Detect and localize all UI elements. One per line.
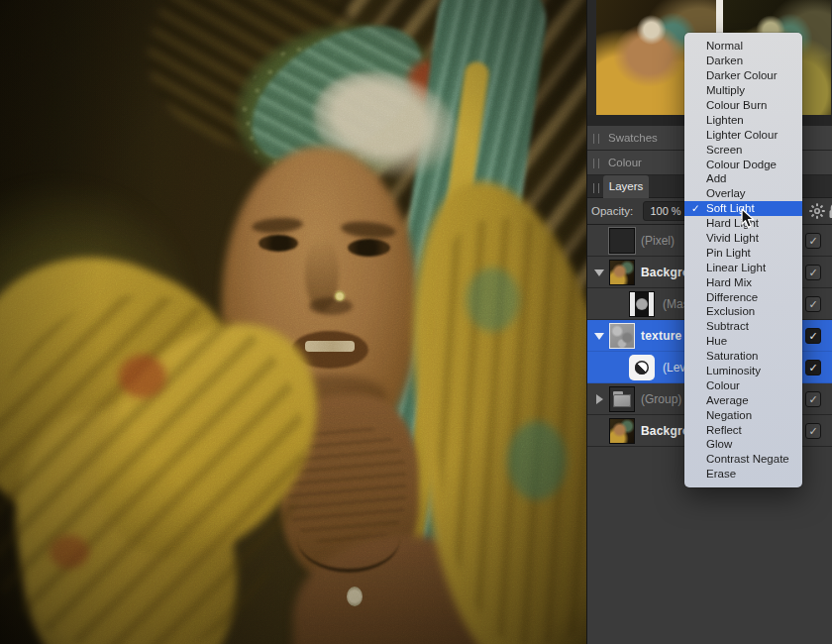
checkmark-icon: ✓ xyxy=(691,202,700,214)
blend-mode-option[interactable]: Lighten xyxy=(684,112,802,127)
blend-mode-option[interactable]: Linear Light xyxy=(684,260,802,274)
drag-handle-icon[interactable] xyxy=(593,183,599,193)
blend-mode-label: Darken xyxy=(706,54,743,66)
blend-mode-label: Glow xyxy=(706,438,732,450)
blend-mode-option[interactable]: Erase xyxy=(684,467,802,482)
blend-mode-label: Darker Colour xyxy=(706,69,778,81)
visibility-checkbox[interactable]: ✓ xyxy=(805,296,821,312)
blend-mode-label: Hard Mix xyxy=(706,276,752,288)
blend-mode-label: Normal xyxy=(706,40,743,52)
blend-mode-option[interactable]: Multiply xyxy=(684,83,802,98)
blend-mode-option[interactable]: Difference xyxy=(684,289,802,304)
canvas-image[interactable] xyxy=(0,0,586,644)
disclosure-triangle-icon[interactable] xyxy=(594,269,604,276)
opacity-dropdown[interactable]: 100 % xyxy=(643,201,688,221)
blend-mode-option[interactable]: Colour Burn xyxy=(684,98,802,113)
blend-mode-option[interactable]: Colour xyxy=(684,377,802,392)
blend-mode-label: Contrast Negate xyxy=(706,453,789,465)
panel-header-label: Colour xyxy=(608,157,642,168)
blend-mode-label: Difference xyxy=(706,291,758,303)
blend-mode-option[interactable]: Normal xyxy=(684,39,802,54)
mask-thumbnail[interactable] xyxy=(629,291,655,317)
blend-mode-option[interactable]: Lighter Colour xyxy=(684,127,802,142)
blend-mode-option[interactable]: Reflect xyxy=(684,422,802,437)
blend-mode-option[interactable]: Colour Dodge xyxy=(684,157,802,171)
visibility-checkbox[interactable]: ✓ xyxy=(805,328,821,344)
blend-mode-option[interactable]: Screen xyxy=(684,142,802,157)
blend-mode-option[interactable]: Contrast Negate xyxy=(684,452,802,467)
blend-mode-label: Saturation xyxy=(706,350,758,362)
photo-thumbnail[interactable] xyxy=(609,260,635,285)
pixel-thumbnail[interactable] xyxy=(609,228,635,254)
visibility-checkbox[interactable]: ✓ xyxy=(805,265,821,280)
blend-mode-option[interactable]: Negation xyxy=(684,407,802,422)
photo-thumbnail[interactable] xyxy=(609,418,635,444)
blend-mode-label: Linear Light xyxy=(706,262,766,273)
blend-mode-label: Colour Burn xyxy=(706,99,767,111)
blend-mode-option[interactable]: Vivid Light xyxy=(684,231,802,246)
blend-mode-label: Multiply xyxy=(706,84,745,96)
texture-thumbnail[interactable] xyxy=(609,323,635,349)
blend-mode-option[interactable]: Add xyxy=(684,171,802,186)
blend-mode-label: Colour Dodge xyxy=(706,159,777,170)
blend-mode-option[interactable]: Darken xyxy=(684,54,802,68)
drag-handle-icon[interactable] xyxy=(593,159,599,168)
mouse-cursor xyxy=(741,208,756,229)
gear-icon[interactable] xyxy=(809,203,825,219)
lock-icon[interactable] xyxy=(828,203,832,219)
blend-mode-option[interactable]: Glow xyxy=(684,437,802,452)
blend-mode-option[interactable]: Luminosity xyxy=(684,364,802,378)
visibility-checkbox[interactable]: ✓ xyxy=(805,360,821,376)
blend-mode-label: Negation xyxy=(706,409,752,421)
blend-mode-option[interactable]: Hard Mix xyxy=(684,274,802,289)
blend-mode-label: Screen xyxy=(706,144,742,156)
blend-mode-label: Pin Light xyxy=(706,247,751,259)
app-window: Swatches Colour Layers Opacity: 100 % xyxy=(0,0,832,644)
visibility-checkbox[interactable]: ✓ xyxy=(805,423,821,439)
drag-handle-icon[interactable] xyxy=(593,134,599,144)
blend-mode-option[interactable]: Exclusion xyxy=(684,304,802,319)
disclosure-triangle-icon[interactable] xyxy=(594,333,604,340)
tab-layers[interactable]: Layers xyxy=(603,175,649,198)
blend-mode-label: Exclusion xyxy=(706,305,755,317)
blend-mode-option[interactable]: Darker Colour xyxy=(684,68,802,83)
blend-mode-label: Subtract xyxy=(706,320,749,332)
group-thumbnail[interactable] xyxy=(609,386,635,412)
disclosure-triangle-icon[interactable] xyxy=(596,394,603,404)
blend-mode-menu: NormalDarkenDarker ColourMultiplyColour … xyxy=(684,33,802,487)
blend-mode-label: Erase xyxy=(706,468,736,480)
layer-name: (Pixel) xyxy=(641,234,675,248)
panel-header-label: Swatches xyxy=(608,132,658,144)
blend-mode-label: Vivid Light xyxy=(706,232,759,244)
levels-thumbnail[interactable] xyxy=(629,355,655,380)
art-vignette xyxy=(0,0,586,644)
blend-mode-option[interactable]: Pin Light xyxy=(684,245,802,260)
blend-mode-option[interactable]: Saturation xyxy=(684,349,802,364)
blend-mode-label: Overlay xyxy=(706,187,746,199)
blend-mode-label: Lighter Colour xyxy=(706,129,778,141)
visibility-checkbox[interactable]: ✓ xyxy=(805,391,821,407)
opacity-label: Opacity: xyxy=(591,205,633,217)
blend-mode-label: Luminosity xyxy=(706,365,761,376)
blend-mode-label: Hue xyxy=(706,335,727,347)
blend-mode-label: Add xyxy=(706,172,726,184)
blend-mode-option[interactable]: Subtract xyxy=(684,319,802,334)
blend-mode-label: Reflect xyxy=(706,424,742,436)
blend-mode-option[interactable]: Average xyxy=(684,392,802,407)
layer-name: (Group) xyxy=(641,392,681,406)
blend-mode-option[interactable]: Overlay xyxy=(684,186,802,201)
blend-mode-label: Colour xyxy=(706,379,740,391)
visibility-checkbox[interactable]: ✓ xyxy=(805,233,821,249)
blend-mode-label: Lighten xyxy=(706,114,744,126)
layer-name: texture xyxy=(641,329,681,343)
blend-mode-label: Average xyxy=(706,394,749,406)
blend-mode-option[interactable]: Hue xyxy=(684,334,802,349)
